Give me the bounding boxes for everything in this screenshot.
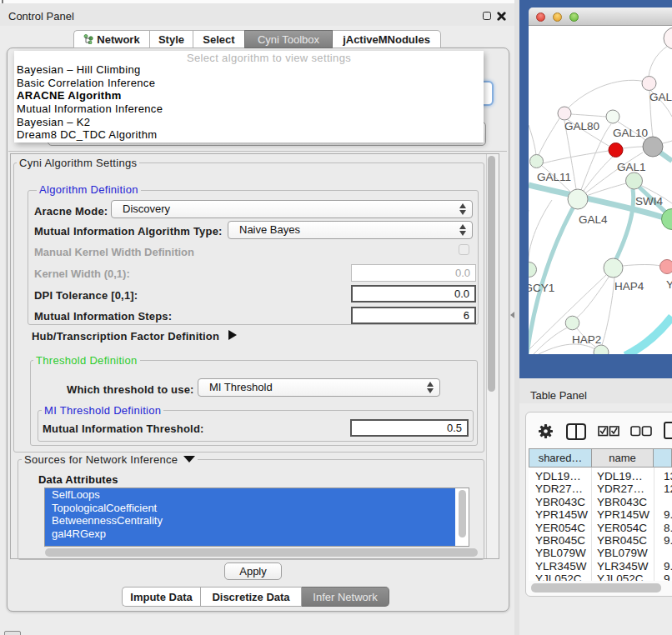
svg-text:GCY1: GCY1 <box>529 282 554 294</box>
svg-text:HAP2: HAP2 <box>572 333 601 346</box>
svg-text:GAL11: GAL11 <box>537 171 571 183</box>
svg-text:GAL1: GAL1 <box>617 161 646 173</box>
svg-text:YBR: YBR <box>666 278 672 291</box>
svg-text:HAP4: HAP4 <box>614 280 644 292</box>
svg-text:SWI4: SWI4 <box>635 195 663 208</box>
svg-text:GAL4: GAL4 <box>579 213 608 226</box>
svg-text:GAL7: GAL7 <box>649 91 672 103</box>
svg-text:GAL80: GAL80 <box>564 120 599 132</box>
svg-text:GAL10: GAL10 <box>613 127 648 139</box>
